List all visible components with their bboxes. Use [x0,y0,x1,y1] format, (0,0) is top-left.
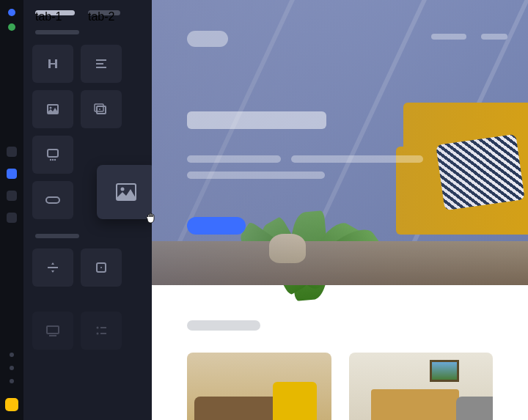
card-1[interactable] [187,353,331,420]
sidebar-tab-1[interactable]: tab-1 [35,10,75,15]
nav-link-1[interactable] [431,34,466,40]
grab-cursor-icon [145,211,158,224]
carousel-icon [45,147,61,162]
svg-rect-13 [48,267,58,268]
image-icon [45,102,60,117]
svg-point-7 [99,108,100,110]
subtext-line-2[interactable] [187,172,325,179]
svg-rect-1 [96,63,103,65]
svg-rect-19 [100,327,106,328]
svg-rect-21 [100,333,106,334]
nav-item-1[interactable] [7,147,17,157]
svg-point-9 [50,159,51,161]
section-label-1 [35,30,79,34]
svg-point-18 [97,327,99,329]
video-icon [45,324,61,337]
headline-placeholder[interactable] [187,111,326,129]
svg-point-11 [54,159,56,161]
hero-nav [431,34,507,40]
nav-item-2[interactable] [7,169,17,179]
cta-button-placeholder[interactable] [187,217,246,235]
svg-point-4 [50,107,52,109]
button-tool[interactable] [32,181,73,219]
status-dot-1[interactable] [10,353,14,357]
gallery-tool[interactable] [81,90,122,128]
svg-point-10 [52,159,54,161]
button-icon [45,196,61,205]
status-dot-2[interactable] [10,366,14,370]
svg-point-20 [97,333,99,335]
sidebar-tab-2[interactable]: tab-2 [88,10,120,15]
svg-point-23 [121,188,125,191]
section-label-2 [35,234,79,238]
video-tool[interactable] [32,312,73,350]
list-tool[interactable] [81,312,122,350]
heading-icon [45,56,60,71]
image-tool[interactable] [32,90,73,128]
workspace-dot-1[interactable] [8,9,15,16]
heading-tool[interactable] [32,45,73,83]
svg-rect-6 [95,104,103,111]
divider-tool[interactable] [32,248,73,287]
text-align-tool[interactable] [81,45,122,83]
tool-grid-2 [32,248,143,287]
spacer-icon [94,260,109,275]
subtext-line-1b[interactable] [291,155,423,163]
nav-item-3[interactable] [7,191,17,201]
nav-link-2[interactable] [481,34,507,40]
svg-rect-8 [48,150,58,157]
svg-rect-2 [96,67,106,68]
gallery-icon [93,102,109,117]
svg-point-15 [100,267,102,268]
content-section[interactable] [152,285,528,420]
divider-icon [45,260,60,275]
card-2[interactable] [349,353,494,420]
card-row [187,353,493,420]
spacer-tool[interactable] [81,248,122,287]
status-dot-3[interactable] [10,379,14,383]
hero-overlay [152,0,528,285]
subtext-line-1a[interactable] [187,155,281,163]
nav-rail [0,0,23,420]
section-title-placeholder[interactable] [187,320,260,331]
hero-section[interactable] [152,0,528,285]
sidebar-tabs: tab-1 tab-2 [32,10,143,15]
svg-rect-17 [49,335,56,336]
canvas[interactable] [152,0,528,420]
logo-placeholder[interactable] [187,31,228,47]
tool-grid-3 [32,312,143,350]
profile-button[interactable] [5,398,18,411]
svg-rect-16 [47,326,59,334]
workspace-dot-2[interactable] [8,23,15,31]
carousel-tool[interactable] [32,136,73,174]
image-block-icon [114,182,138,202]
svg-rect-0 [96,59,106,61]
align-left-icon [94,56,109,71]
nav-item-4[interactable] [7,213,17,223]
list-icon [94,323,109,338]
svg-rect-12 [46,197,59,203]
svg-rect-5 [97,106,106,114]
